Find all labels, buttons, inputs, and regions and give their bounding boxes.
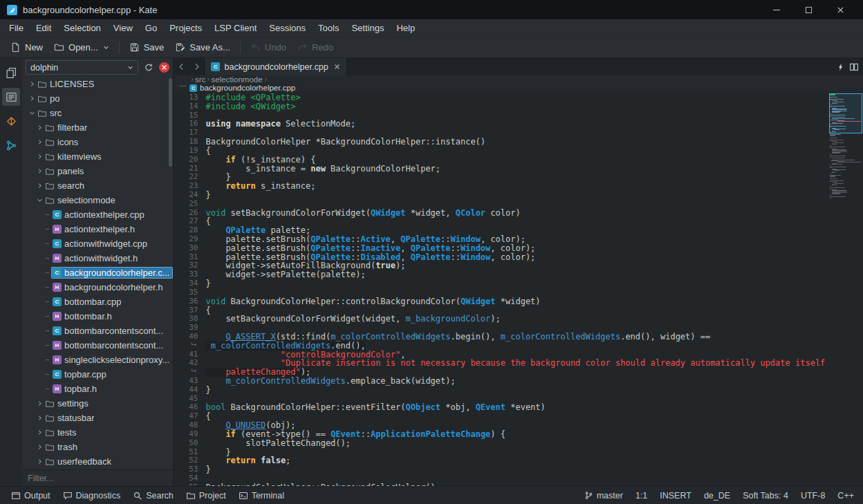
code-line[interactable]: 23 return s_instance; xyxy=(174,182,828,191)
close-button[interactable] xyxy=(824,0,856,19)
tree-item-icons[interactable]: icons xyxy=(22,135,173,149)
tree-item-backgroundcolorhelper-c[interactable]: Cbackgroundcolorhelper.c... xyxy=(22,265,173,280)
tree-item-filterbar[interactable]: filterbar xyxy=(22,120,173,135)
code-line[interactable]: 44} xyxy=(174,386,828,395)
statusbar-terminal-button[interactable]: Terminal xyxy=(233,489,290,502)
tab-backgroundcolorhelper[interactable]: C backgroundcolorhelper.cpp xyxy=(204,58,346,75)
code-line[interactable]: 16using namespace SelectionMode; xyxy=(174,120,828,129)
expand-icon[interactable] xyxy=(35,415,44,421)
tree-item-topbar-h[interactable]: Htopbar.h xyxy=(22,382,173,396)
status-cursor-position[interactable]: 1:1 xyxy=(632,491,651,501)
expand-icon[interactable] xyxy=(35,183,44,189)
close-project-button[interactable] xyxy=(159,62,169,73)
code-editor[interactable]: 13#include <QPalette>14#include <QWidget… xyxy=(174,92,863,486)
menu-projects[interactable]: Projects xyxy=(163,21,208,35)
tree-item-actionwithwidget-cpp[interactable]: Cactionwithwidget.cpp xyxy=(22,236,173,251)
status-syntax-mode[interactable]: C++ xyxy=(834,491,857,501)
save-button[interactable]: Save xyxy=(124,39,169,55)
statusbar-diagnostics-button[interactable]: Diagnostics xyxy=(57,489,127,502)
project-selector[interactable]: dolphin xyxy=(26,60,138,75)
expand-icon[interactable] xyxy=(35,139,44,145)
undo-button[interactable]: Undo xyxy=(245,39,291,55)
tree-item-panels[interactable]: panels xyxy=(22,164,173,178)
reload-project-button[interactable] xyxy=(142,61,156,75)
quick-actions-icon[interactable] xyxy=(837,63,845,71)
code-line[interactable]: 36void BackgroundColorHelper::controlBac… xyxy=(174,297,828,306)
code-line[interactable]: 53} xyxy=(174,465,828,474)
menu-help[interactable]: Help xyxy=(390,21,421,35)
tree-item-src[interactable]: src xyxy=(22,106,173,120)
minimize-button[interactable] xyxy=(761,0,792,19)
tree-scrollbar[interactable] xyxy=(169,78,172,167)
tree-item-userfeedback[interactable]: userfeedback xyxy=(22,454,173,469)
code-line[interactable]: 21 s_instance = new BackgroundColorHelpe… xyxy=(174,165,828,174)
tree-item-kitemviews[interactable]: kitemviews xyxy=(22,149,173,164)
tree-item-backgroundcolorhelper-h[interactable]: Hbackgroundcolorhelper.h xyxy=(22,280,173,295)
documents-tool-button[interactable] xyxy=(2,64,20,82)
open-button[interactable]: Open... xyxy=(49,39,114,55)
status-input-mode[interactable]: INSERT xyxy=(656,491,695,501)
menu-go[interactable]: Go xyxy=(139,21,163,35)
menu-edit[interactable]: Edit xyxy=(30,21,57,35)
expand-icon[interactable] xyxy=(35,153,44,160)
collapse-icon[interactable] xyxy=(35,197,44,203)
tree-item-bottombar-cpp[interactable]: Cbottombar.cpp xyxy=(22,295,173,309)
status-dictionary[interactable]: de_DE xyxy=(700,491,734,501)
tab-close-icon[interactable] xyxy=(334,64,340,70)
status-git-branch[interactable]: master xyxy=(581,491,627,501)
breadcrumb-item-src[interactable]: src xyxy=(195,75,205,84)
expand-icon[interactable] xyxy=(35,400,44,407)
code-line[interactable]: 24} xyxy=(174,191,828,200)
save-as-button[interactable]: Save As... xyxy=(170,39,235,55)
status-encoding[interactable]: UTF-8 xyxy=(797,491,828,501)
code-line[interactable]: 52 return false; xyxy=(174,456,828,465)
tree-item-search[interactable]: search xyxy=(22,178,173,193)
git-tool-button[interactable] xyxy=(2,112,20,130)
breadcrumb-collapsed[interactable]: ... xyxy=(179,80,186,88)
menu-file[interactable]: File xyxy=(3,21,30,35)
menu-tools[interactable]: Tools xyxy=(312,21,345,35)
tree-item-bottombarcontentscont[interactable]: Hbottombarcontentscont... xyxy=(22,338,173,353)
tree-item-actiontexthelper-cpp[interactable]: Cactiontexthelper.cpp xyxy=(22,207,173,222)
menu-settings[interactable]: Settings xyxy=(345,21,390,35)
code-line[interactable]: 38 setBackgroundColorForWidget(widget, m… xyxy=(174,315,828,324)
code-lines[interactable]: 13#include <QPalette>14#include <QWidget… xyxy=(174,92,828,486)
breadcrumb-item-selectionmode[interactable]: selectionmode xyxy=(211,75,262,84)
minimap-viewport[interactable] xyxy=(829,93,862,133)
tree-item-tests[interactable]: tests xyxy=(22,425,173,440)
expand-icon[interactable] xyxy=(35,168,44,174)
project-view-tool-button[interactable] xyxy=(2,88,20,106)
tree-item-bottombar-h[interactable]: Hbottombar.h xyxy=(22,309,173,324)
menu-lsp-client[interactable]: LSP Client xyxy=(208,21,263,35)
tree-item-actionwithwidget-h[interactable]: Hactionwithwidget.h xyxy=(22,251,173,265)
maximize-button[interactable] xyxy=(792,0,824,19)
minimap[interactable] xyxy=(828,92,863,486)
redo-button[interactable]: Redo xyxy=(293,39,338,55)
filter-input[interactable] xyxy=(22,470,173,486)
tree-item-settings[interactable]: settings xyxy=(22,396,173,411)
symbols-tool-button[interactable] xyxy=(2,136,20,154)
statusbar-output-button[interactable]: Output xyxy=(6,489,56,502)
forward-button[interactable] xyxy=(189,58,204,75)
collapse-icon[interactable] xyxy=(28,110,36,116)
split-view-icon[interactable] xyxy=(849,62,859,72)
new-button[interactable]: New xyxy=(6,39,48,55)
code-line[interactable]: 50 slotPaletteChanged(); xyxy=(174,439,828,448)
back-button[interactable] xyxy=(174,58,189,75)
code-line[interactable]: 14#include <QWidget> xyxy=(174,102,828,111)
statusbar-search-button[interactable]: Search xyxy=(127,489,179,502)
expand-icon[interactable] xyxy=(35,458,44,465)
code-line[interactable]: 46bool BackgroundColorHelper::eventFilte… xyxy=(174,403,828,412)
code-line[interactable]: 43 m_colorControlledWidgets.emplace_back… xyxy=(174,377,828,386)
tree-item-trash[interactable]: trash xyxy=(22,440,173,454)
tree-item-po[interactable]: po xyxy=(22,91,173,106)
code-line[interactable]: 33 widget->setPalette(palette); xyxy=(174,270,828,279)
breadcrumb-item-backgroundcolorhelper-cpp[interactable]: Cbackgroundcolorhelper.cpp xyxy=(189,84,295,92)
statusbar-project-button[interactable]: Project xyxy=(180,489,232,502)
status-tab-mode[interactable]: Soft Tabs: 4 xyxy=(739,491,792,501)
tree-item-licenses[interactable]: LICENSES xyxy=(22,77,173,91)
tree-item-actiontexthelper-h[interactable]: Hactiontexthelper.h xyxy=(22,222,173,236)
tree-item-statusbar[interactable]: statusbar xyxy=(22,411,173,425)
code-line[interactable]: 26void setBackgroundColorForWidget(QWidg… xyxy=(174,209,828,218)
expand-icon[interactable] xyxy=(28,81,36,87)
